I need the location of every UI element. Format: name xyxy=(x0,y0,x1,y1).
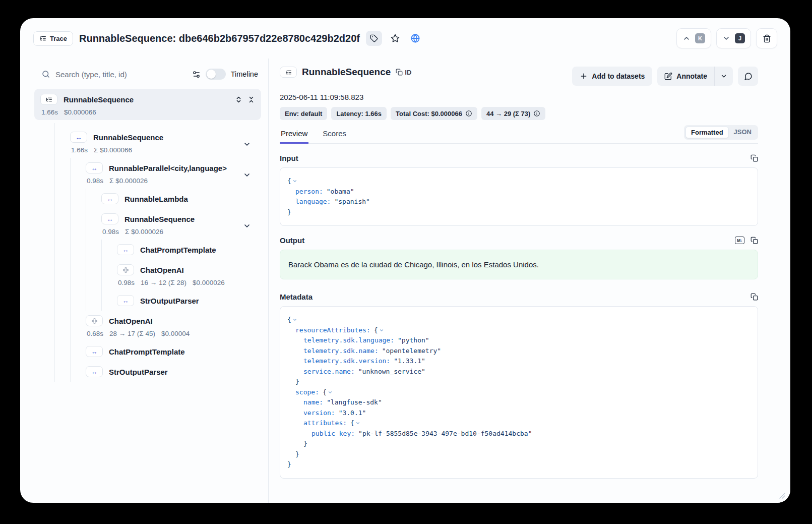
tree-item-runnablesequence[interactable]: ↔ RunnableSequence 1.66s Σ $0.000066 xyxy=(55,127,268,158)
trash-icon xyxy=(763,34,771,43)
chevron-down-icon[interactable] xyxy=(243,140,251,148)
tab-scores[interactable]: Scores xyxy=(322,125,347,143)
tree-item-runnablesequence-inner[interactable]: ↔ RunnableSequence 0.98s Σ $0.000026 xyxy=(86,209,268,240)
cost-value: $0.00004 xyxy=(161,330,190,337)
output-text: Barack Obama es de la ciudad de Chicago,… xyxy=(280,250,758,279)
search-input[interactable] xyxy=(55,70,187,79)
annotate-menu-chevron[interactable] xyxy=(714,67,733,86)
json-key: name: xyxy=(303,397,323,408)
json-key: language: xyxy=(295,197,331,207)
tree-item-runnableparallel[interactable]: ↔ RunnableParallel<city,language> 0.98s … xyxy=(71,158,268,189)
collapse-chevron-icon[interactable] xyxy=(379,328,384,333)
generation-sparkle-icon xyxy=(91,318,98,324)
copy-id-button[interactable]: ID xyxy=(396,69,411,76)
generation-pill-badge xyxy=(86,315,103,326)
tree-item-chatprompttemplate-outer[interactable]: ↔ ChatPromptTemplate xyxy=(71,341,268,362)
generation-sparkle-icon xyxy=(122,267,129,273)
cost-value: Σ $0.000026 xyxy=(125,228,163,236)
comment-bubble-icon xyxy=(744,72,753,81)
comments-button[interactable] xyxy=(738,67,758,86)
annotate-button[interactable]: Annotate xyxy=(657,67,714,86)
globe-icon xyxy=(411,34,420,43)
json-string-value: "1.33.1" xyxy=(394,356,425,367)
span-pill-badge: ↔ xyxy=(117,295,134,306)
next-trace-button[interactable]: J xyxy=(716,28,751,48)
span-arrow-icon: ↔ xyxy=(91,369,98,375)
span-arrow-icon: ↔ xyxy=(122,247,129,253)
timeline-label: Timeline xyxy=(231,70,258,78)
tree-item-runnablelambda[interactable]: ↔ RunnableLambda xyxy=(86,189,268,209)
tree-item-chatopenai-outer[interactable]: ChatOpenAI 0.68s 28 → 17 (Σ 45) $0.00004 xyxy=(71,311,268,341)
resize-handle-icon[interactable] xyxy=(779,493,785,499)
tree-item-stroutputparser[interactable]: ↔ StrOutputParser xyxy=(102,290,268,311)
json-string-value: "pk-lf-5855d85e-3943-497e-bd10-f50ad414b… xyxy=(358,429,532,439)
tree-node-label: RunnableSequence xyxy=(64,95,134,104)
view-json-option[interactable]: JSON xyxy=(729,127,757,138)
token-usage: 16 → 12 (Σ 28) xyxy=(141,279,186,286)
trace-type-badge: Trace xyxy=(33,31,73,46)
json-key: telemetry.sdk.language: xyxy=(303,335,394,346)
cost-value: $0.000026 xyxy=(193,279,225,286)
list-tree-icon xyxy=(39,35,46,42)
keycap-k: K xyxy=(695,33,705,43)
trace-badge-label: Trace xyxy=(50,35,67,42)
duration-value: 0.98s xyxy=(102,228,119,236)
tree-root-item[interactable]: RunnableSequence 1.66s $0.000066 xyxy=(34,89,261,120)
annotate-label: Annotate xyxy=(676,72,707,80)
public-share-button[interactable] xyxy=(408,31,422,45)
input-section-title: Input xyxy=(280,154,298,162)
total-cost-badge: Total Cost: $0.000066 xyxy=(391,107,477,120)
collapse-all-icon[interactable] xyxy=(247,96,255,103)
view-mode-switcher: Formatted JSON xyxy=(684,125,758,140)
generation-pill-badge xyxy=(117,264,134,275)
tab-preview[interactable]: Preview xyxy=(280,125,308,144)
add-to-datasets-button[interactable]: Add to datasets xyxy=(572,67,652,86)
tree-node-label: StrOutputParser xyxy=(140,297,199,305)
span-arrow-icon: ↔ xyxy=(76,134,82,141)
collapse-chevron-icon[interactable] xyxy=(292,317,297,322)
span-pill-badge: ↔ xyxy=(117,244,134,255)
list-tree-icon xyxy=(46,96,52,103)
page-title: RunnableSequence: dbe646b2b67957d22e8780… xyxy=(79,33,360,44)
tree-node-label: ChatOpenAI xyxy=(140,266,184,274)
env-badge: Env: default xyxy=(280,107,327,120)
tree-item-chatopenai[interactable]: ChatOpenAI 0.98s 16 → 12 (Σ 28) $0.00002… xyxy=(102,260,268,290)
id-label: ID xyxy=(405,69,411,76)
json-string-value: "spanish" xyxy=(334,197,369,207)
bookmark-star-button[interactable] xyxy=(388,31,402,45)
tags-button[interactable] xyxy=(366,31,382,46)
tree-item-chatprompttemplate[interactable]: ↔ ChatPromptTemplate xyxy=(102,240,268,260)
view-formatted-option[interactable]: Formatted xyxy=(685,127,729,138)
app-window: Trace RunnableSequence: dbe646b2b67957d2… xyxy=(20,18,790,503)
collapse-chevron-icon[interactable] xyxy=(355,421,360,426)
duration-value: 1.66s xyxy=(71,146,88,154)
star-icon xyxy=(391,34,400,43)
copy-icon xyxy=(751,293,758,301)
tag-icon xyxy=(370,34,378,42)
token-usage-badge: 44 → 29 (Σ 73) xyxy=(481,107,545,120)
copy-input-button[interactable] xyxy=(751,154,758,162)
collapse-chevron-icon[interactable] xyxy=(292,179,297,184)
copy-icon xyxy=(751,237,758,244)
json-string-value: "python" xyxy=(398,335,429,346)
filter-sliders-icon[interactable] xyxy=(192,70,201,79)
span-arrow-icon: ↔ xyxy=(122,298,129,304)
tree-node-label: ChatPromptTemplate xyxy=(109,347,185,356)
chevron-down-icon[interactable] xyxy=(243,171,251,179)
collapse-chevron-icon[interactable] xyxy=(328,390,333,395)
chevron-down-icon[interactable] xyxy=(243,222,251,230)
tree-node-label: RunnableParallel<city,language> xyxy=(109,164,227,172)
prev-trace-button[interactable]: K xyxy=(676,28,711,48)
copy-output-button[interactable] xyxy=(751,237,758,244)
markdown-toggle-button[interactable]: M↓ xyxy=(735,237,744,244)
span-pill-badge: ↔ xyxy=(70,132,87,143)
timeline-toggle[interactable] xyxy=(206,69,226,80)
json-key: telemetry.sdk.name: xyxy=(303,346,379,357)
json-key: attributes: xyxy=(303,418,347,429)
delete-trace-button[interactable] xyxy=(756,28,777,48)
copy-metadata-button[interactable] xyxy=(751,293,758,301)
json-key: person: xyxy=(295,187,323,197)
trace-pill-badge xyxy=(40,94,57,105)
expand-all-icon[interactable] xyxy=(235,96,242,103)
tree-item-stroutputparser-outer[interactable]: ↔ StrOutputParser xyxy=(71,362,268,382)
